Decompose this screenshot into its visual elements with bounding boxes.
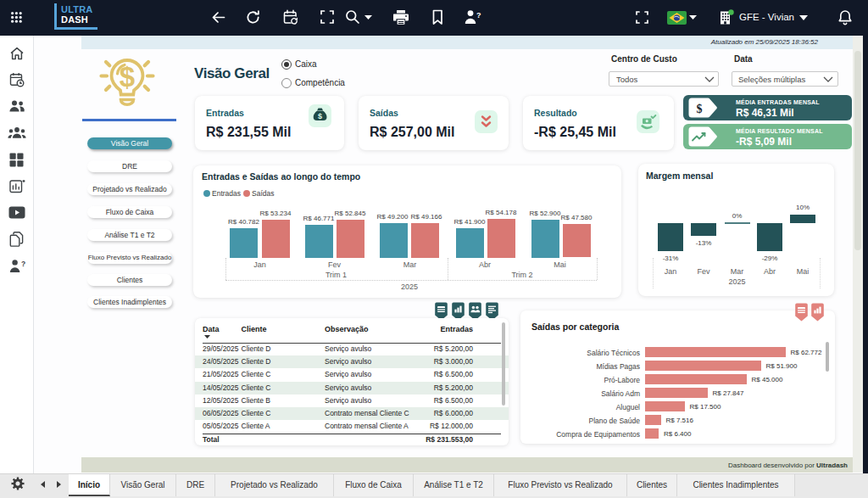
svg-text:$: $: [697, 102, 703, 115]
svg-text:$: $: [318, 112, 322, 120]
svg-text:$: $: [120, 61, 135, 92]
